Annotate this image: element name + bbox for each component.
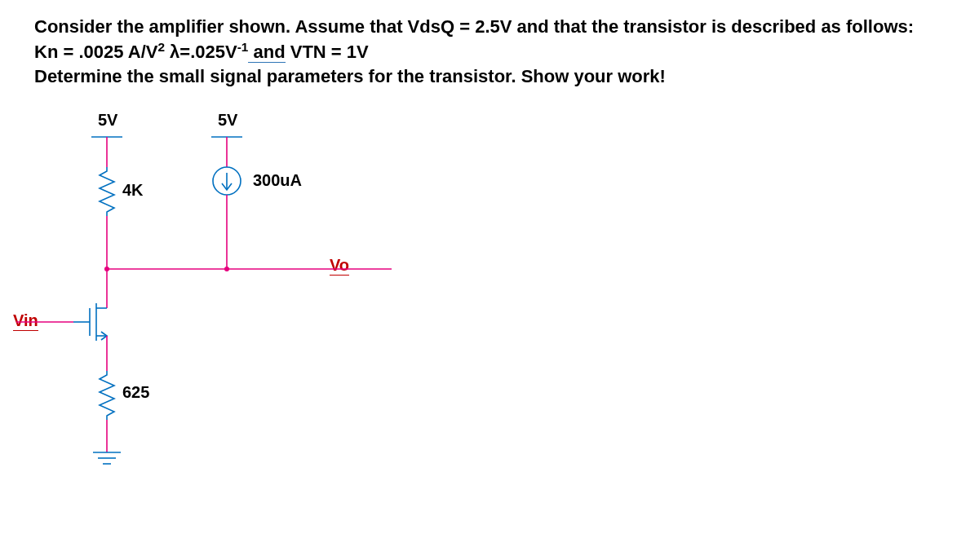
resistor-r1 xyxy=(100,167,114,216)
ground-symbol xyxy=(93,452,121,464)
circuit-diagram xyxy=(0,0,979,560)
resistor-r2 xyxy=(100,371,114,420)
nmos-transistor xyxy=(73,303,107,341)
node-drain-right xyxy=(224,267,229,271)
